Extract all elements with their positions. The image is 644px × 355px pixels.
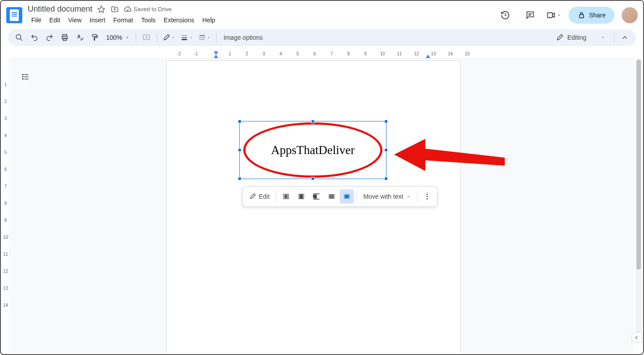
collapse-toolbar-icon[interactable] [618, 31, 632, 44]
ruler-tick: 12 [408, 51, 425, 56]
svg-point-17 [426, 198, 428, 200]
svg-rect-11 [300, 195, 303, 198]
separator [136, 33, 136, 42]
break-text-icon[interactable] [309, 189, 324, 204]
svg-point-15 [426, 193, 428, 195]
resize-handle-br[interactable] [384, 177, 388, 180]
spellcheck-icon[interactable] [73, 31, 87, 44]
border-weight-dropdown[interactable] [179, 33, 195, 42]
border-dash-dropdown[interactable] [196, 33, 212, 42]
search-icon[interactable] [12, 31, 26, 44]
ruler-tick [2, 59, 9, 76]
resize-handle-tl[interactable] [238, 120, 241, 123]
menu-extensions[interactable]: Extensions [160, 15, 198, 25]
avatar[interactable] [622, 7, 638, 23]
ruler-tick: 4 [2, 127, 9, 144]
share-button[interactable]: Share [569, 7, 615, 24]
in-front-text-icon[interactable] [340, 189, 354, 204]
redo-icon[interactable] [43, 31, 56, 44]
menu-format[interactable]: Format [110, 15, 137, 25]
menu-file[interactable]: File [28, 15, 45, 25]
share-label: Share [589, 12, 606, 19]
horizontal-ruler[interactable]: -2-1123456789101112131415 [10, 51, 634, 58]
svg-rect-2 [579, 14, 583, 18]
ruler-tick: 13 [2, 280, 9, 297]
menu-view[interactable]: View [65, 15, 85, 25]
menu-help[interactable]: Help [199, 15, 219, 25]
drawing-text: AppsThatDeliver [271, 143, 354, 157]
page[interactable]: AppsThatDeliver Edit [166, 60, 461, 353]
ruler-right-margin[interactable] [426, 54, 430, 58]
outline-toggle-icon[interactable] [19, 70, 32, 84]
move-to-folder-icon[interactable] [110, 5, 119, 14]
resize-handle-bl[interactable] [238, 177, 241, 180]
svg-point-18 [22, 74, 23, 75]
zoom-value: 100% [106, 34, 122, 41]
ruler-tick: 11 [391, 51, 408, 56]
menu-tools[interactable]: Tools [137, 15, 159, 25]
edit-drawing-button[interactable]: Edit [245, 189, 273, 204]
ruler-tick: 1 [2, 76, 9, 93]
inline-wrap-icon[interactable] [279, 189, 293, 204]
ruler-tick: 8 [2, 195, 9, 212]
docs-logo[interactable] [6, 7, 22, 23]
annotation-arrow [394, 139, 506, 179]
header: Untitled document Saved to Drive FileEdi… [1, 1, 643, 25]
paint-format-icon[interactable] [88, 31, 102, 44]
ruler-tick: 14 [442, 51, 459, 56]
image-floating-toolbar: Edit Move with text [242, 186, 437, 207]
ruler-tick: 9 [2, 212, 9, 229]
wrap-text-icon[interactable] [294, 189, 308, 204]
resize-handle-bm[interactable] [311, 177, 315, 180]
ruler-left-margin[interactable] [214, 54, 218, 58]
meet-icon[interactable] [546, 6, 561, 24]
vertical-scrollbar[interactable] [636, 59, 642, 336]
add-comment-icon[interactable] [140, 31, 153, 44]
svg-rect-1 [547, 13, 552, 17]
separator [157, 33, 157, 42]
ruler-tick: 15 [459, 51, 476, 56]
ruler-tick: 10 [2, 229, 9, 246]
svg-point-16 [426, 196, 428, 197]
more-options-icon[interactable] [420, 189, 434, 204]
resize-handle-mr[interactable] [384, 148, 388, 152]
border-color-dropdown[interactable] [161, 33, 177, 42]
comments-icon[interactable] [521, 6, 539, 24]
ruler-tick: 6 [306, 51, 323, 56]
document-title[interactable]: Untitled document [28, 4, 92, 14]
behind-text-icon[interactable] [324, 189, 339, 204]
move-with-text-dropdown[interactable]: Move with text [360, 189, 414, 204]
svg-rect-7 [92, 34, 96, 37]
editing-mode-dropdown[interactable]: Editing [550, 33, 611, 42]
svg-point-20 [22, 79, 23, 79]
ruler-tick: 3 [255, 51, 272, 56]
svg-marker-0 [98, 6, 105, 12]
editing-label: Editing [567, 34, 586, 41]
separator [417, 191, 417, 202]
selected-drawing[interactable]: AppsThatDeliver [239, 121, 386, 179]
ruler-tick: 2 [238, 51, 255, 56]
ruler-tick: 1 [221, 51, 238, 56]
svg-point-3 [16, 34, 21, 39]
show-side-panel-icon[interactable] [631, 332, 642, 343]
print-icon[interactable] [58, 31, 71, 44]
scrollbar-thumb[interactable] [636, 60, 641, 270]
menu-insert[interactable]: Insert [86, 15, 109, 25]
undo-icon[interactable] [28, 31, 41, 44]
menu-edit[interactable]: Edit [46, 15, 64, 25]
star-icon[interactable] [97, 5, 106, 14]
resize-handle-tm[interactable] [311, 120, 315, 123]
edit-label: Edit [259, 193, 270, 200]
svg-rect-12 [313, 195, 316, 198]
ruler-tick: 14 [2, 297, 9, 313]
separator [276, 191, 276, 202]
vertical-ruler[interactable]: 1234567891011121314 [2, 59, 9, 353]
resize-handle-tr[interactable] [384, 120, 388, 123]
resize-handle-ml[interactable] [238, 148, 241, 152]
image-options-button[interactable]: Image options [220, 34, 266, 41]
saved-status[interactable]: Saved to Drive [124, 5, 171, 13]
toolbar: 100% Image options Editing [8, 29, 636, 46]
history-icon[interactable] [496, 6, 514, 24]
svg-marker-9 [394, 139, 505, 171]
zoom-dropdown[interactable]: 100% [104, 34, 132, 41]
